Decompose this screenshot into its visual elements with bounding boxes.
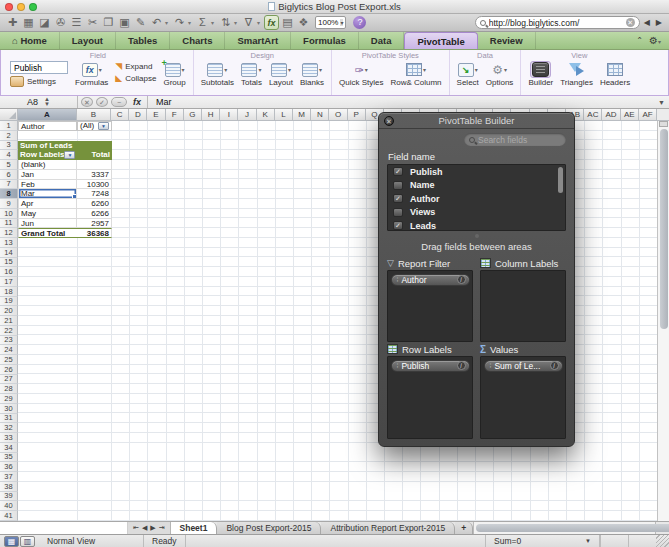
split-handle[interactable]: [659, 121, 668, 127]
last-sheet-icon[interactable]: ⇥: [159, 524, 165, 532]
quick-styles-button[interactable]: ✑▾Quick Styles: [339, 61, 383, 87]
resize-grip[interactable]: [656, 535, 669, 547]
pivot-table[interactable]: Author(All)▼Sum of LeadsRow Labels▼Total…: [18, 121, 112, 238]
cell-A12[interactable]: Grand Total: [18, 228, 77, 238]
cell-B2[interactable]: [77, 131, 112, 141]
row-header-19[interactable]: 19: [0, 297, 18, 307]
insert-function-icon[interactable]: fx: [133, 96, 148, 108]
row-header-20[interactable]: 20: [0, 306, 18, 316]
autosum-icon[interactable]: Σ: [195, 15, 210, 30]
select-button[interactable]: ↘▾Select: [457, 61, 479, 87]
layout-button[interactable]: ▾Layout: [269, 61, 293, 87]
row-header-32[interactable]: 32: [0, 423, 18, 433]
collapse-button[interactable]: ◣Collapse: [115, 73, 156, 83]
filter-dropdown-icon[interactable]: ▼: [98, 122, 109, 130]
cell-B1[interactable]: (All)▼: [77, 121, 112, 131]
row-header-40[interactable]: 40: [0, 501, 18, 511]
vertical-scrollbar[interactable]: [657, 121, 669, 521]
cell-B8[interactable]: 7248: [77, 189, 112, 199]
totals-button[interactable]: ▾Totals: [241, 61, 262, 87]
column-header-O[interactable]: O: [329, 109, 347, 121]
row-labels-dropdown-icon[interactable]: ▼: [64, 151, 75, 159]
row-header-33[interactable]: 33: [0, 433, 18, 443]
field-pill-author[interactable]: ⁞Authori: [391, 274, 470, 286]
chevron-down-icon[interactable]: ▾: [188, 19, 194, 26]
paste-icon[interactable]: ▣: [117, 15, 132, 30]
formula-bar-value[interactable]: Mar: [152, 97, 172, 107]
tab-data[interactable]: Data: [359, 32, 405, 49]
row-header-24[interactable]: 24: [0, 345, 18, 355]
row-header-12[interactable]: 12: [0, 228, 18, 238]
clear-search-icon[interactable]: ✕: [626, 18, 635, 27]
row-header-22[interactable]: 22: [0, 326, 18, 336]
template-gallery-icon[interactable]: ▦: [21, 15, 36, 30]
column-header-P[interactable]: P: [348, 109, 366, 121]
cell-A6[interactable]: Jan: [18, 170, 77, 180]
cell-A10[interactable]: May: [18, 209, 77, 219]
blanks-button[interactable]: ▾Blanks: [300, 61, 324, 87]
cell-B7[interactable]: 10300: [77, 180, 112, 190]
field-pill-sum-of-leads[interactable]: ⁞Sum of Le...i: [484, 360, 563, 372]
checked-checkbox-icon[interactable]: ✓: [393, 221, 403, 230]
tab-formulas[interactable]: Formulas: [291, 32, 359, 49]
field-item-publish[interactable]: ✓Publish: [388, 165, 565, 179]
info-icon[interactable]: i: [457, 275, 466, 284]
column-header-I[interactable]: I: [220, 109, 238, 121]
filter-icon[interactable]: ∇: [241, 15, 256, 30]
formulas-button[interactable]: fx▾ Formulas: [75, 61, 108, 87]
row-header-11[interactable]: 11: [0, 219, 18, 229]
column-header-AD[interactable]: AD: [602, 109, 620, 121]
tab-tables[interactable]: Tables: [116, 32, 170, 49]
headers-button[interactable]: Headers: [600, 61, 630, 87]
dialog-close-icon[interactable]: ✕: [384, 116, 394, 126]
row-header-17[interactable]: 17: [0, 277, 18, 287]
zoom-control[interactable]: 100%▾: [315, 16, 346, 29]
row-header-31[interactable]: 31: [0, 414, 18, 424]
row-header-21[interactable]: 21: [0, 316, 18, 326]
row-header-30[interactable]: 30: [0, 404, 18, 414]
cell-A11[interactable]: Jun: [18, 219, 77, 229]
cancel-entry-icon[interactable]: ✕: [81, 97, 93, 107]
cell-B3[interactable]: [77, 141, 112, 151]
chevron-down-icon[interactable]: ▾: [257, 19, 263, 26]
info-icon[interactable]: i: [550, 361, 559, 370]
column-header-B[interactable]: B: [77, 109, 111, 121]
field-list[interactable]: ✓PublishName✓AuthorViews✓Leads: [387, 164, 566, 231]
column-header-A[interactable]: A: [18, 109, 77, 121]
field-list-scroll-thumb[interactable]: [558, 167, 563, 193]
tab-pivottable[interactable]: PivotTable: [404, 32, 477, 49]
select-all-corner[interactable]: [0, 109, 18, 121]
field-pill-publish[interactable]: ⁞Publishi: [391, 360, 470, 372]
cell-A1[interactable]: Author: [18, 121, 77, 131]
cell-B5[interactable]: [77, 160, 112, 170]
row-header-27[interactable]: 27: [0, 375, 18, 385]
expand-button[interactable]: ◥Expand: [115, 61, 156, 71]
row-header-18[interactable]: 18: [0, 287, 18, 297]
tab-smartart[interactable]: SmartArt: [225, 32, 291, 49]
prev-sheet-icon[interactable]: ◀: [142, 524, 147, 532]
row-header-7[interactable]: 7: [0, 180, 18, 190]
triangles-button[interactable]: Triangles: [560, 61, 593, 87]
row-header-2[interactable]: 2: [0, 131, 18, 141]
redo-icon[interactable]: ↷: [172, 15, 187, 30]
row-header-23[interactable]: 23: [0, 336, 18, 346]
row-header-5[interactable]: 5: [0, 160, 18, 170]
media-browser-icon[interactable]: ❖: [296, 15, 311, 30]
copy-icon[interactable]: ❐: [101, 15, 116, 30]
options-button[interactable]: ⚙▾Options: [486, 61, 514, 87]
cut-icon[interactable]: ✂: [85, 15, 100, 30]
sheet-tab-attribution-report-export-2015[interactable]: Attribution Report Export-2015: [321, 522, 455, 534]
horizontal-scroll-thumb[interactable]: [476, 524, 669, 532]
column-header-N[interactable]: N: [311, 109, 329, 121]
gear-icon[interactable]: ⚙▾: [649, 35, 661, 46]
column-header-E[interactable]: E: [147, 109, 165, 121]
sort-icon[interactable]: ⇅: [218, 15, 233, 30]
column-header-K[interactable]: K: [257, 109, 275, 121]
print-icon[interactable]: ☰: [69, 15, 84, 30]
column-header-AE[interactable]: AE: [621, 109, 639, 121]
form-icon[interactable]: ▤: [280, 15, 295, 30]
cell-B12[interactable]: 36368: [77, 228, 112, 238]
first-sheet-icon[interactable]: ⇤: [133, 524, 139, 532]
row-header-41[interactable]: 41: [0, 511, 18, 521]
formula-builder-icon[interactable]: fx: [264, 15, 279, 30]
